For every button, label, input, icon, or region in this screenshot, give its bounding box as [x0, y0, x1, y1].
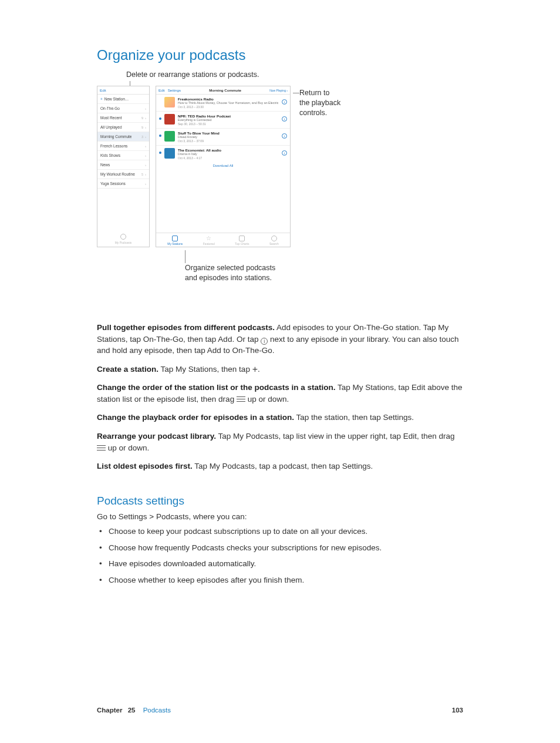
podcast-artwork	[164, 131, 175, 142]
podcast-icon	[120, 234, 126, 240]
station-row[interactable]: Morning Commute3›	[97, 132, 149, 142]
station-count: 3	[141, 135, 143, 139]
left-footer: My Podcasts	[97, 234, 149, 244]
station-row[interactable]: Most Recent9›	[97, 113, 149, 123]
chevron-right-icon: ›	[145, 182, 146, 186]
callout-right-l2: the playback	[299, 99, 340, 107]
section-heading-settings: Podcasts settings	[97, 495, 463, 507]
station-label: News	[100, 163, 110, 167]
station-label: All Unplayed	[100, 125, 122, 129]
callout-right-l3: controls.	[299, 109, 327, 117]
settings-bullet: Choose to keep your podcast subscription…	[99, 526, 463, 537]
footer-chapter-word: Chapter	[97, 707, 122, 714]
body-copy: Pull together episodes from different po…	[97, 322, 463, 472]
station-label: My Workout Routine	[100, 172, 135, 176]
download-all-link[interactable]: Download All	[156, 160, 290, 167]
callout-bottom: Organize selected podcasts and episodes …	[185, 263, 275, 283]
settings-bullet: Choose whether to keep episodes after yo…	[99, 574, 463, 586]
station-row[interactable]: Yoga Sessions›	[97, 179, 149, 189]
info-icon[interactable]: i	[282, 116, 287, 122]
episode-row[interactable]: Freakonomics RadioHow to Think About Mon…	[156, 95, 290, 112]
chevron-right-icon: ›	[145, 126, 146, 129]
info-icon[interactable]: i	[282, 99, 287, 105]
callout-bottom-l1: Organize selected podcasts	[185, 264, 275, 272]
section-heading-organize: Organize your podcasts	[97, 47, 463, 63]
chevron-right-icon: ›	[145, 163, 146, 167]
callout-right: Return to the playback controls.	[299, 88, 340, 118]
episode-row[interactable]: NPR: TED Radio Hour PodcastEverything is…	[156, 112, 290, 129]
station-label: Most Recent	[100, 116, 122, 120]
footer-chapter-name: Podcasts	[143, 707, 171, 714]
episode-subtitle: Dread Anxiety	[178, 135, 279, 139]
right-settings-button[interactable]: Settings	[168, 88, 181, 92]
station-label: French Lessons	[100, 144, 127, 148]
episode-title: Freakonomics Radio	[178, 97, 279, 101]
podcast-artwork	[164, 114, 175, 125]
episode-subtitle: How to Think About Money, Choose Your Ho…	[178, 101, 279, 105]
chevron-right-icon: ›	[145, 144, 146, 148]
settings-intro: Go to Settings > Podcasts, where you can…	[97, 511, 463, 523]
episode-meta: Oct 4, 2013 – 4:17	[178, 156, 279, 160]
info-icon[interactable]: i	[282, 133, 287, 139]
chevron-right-icon: ›	[145, 173, 146, 176]
p-change-order: Change the order of the station list or …	[97, 382, 463, 405]
station-row[interactable]: My Workout Routine5›	[97, 170, 149, 179]
episode-meta: Sep 30, 2013 – 50:31	[178, 122, 279, 126]
settings-bullets: Choose to keep your podcast subscription…	[97, 526, 463, 586]
callout-top-text: Delete or rearrange stations or podcasts…	[126, 70, 259, 79]
station-label: On-The-Go	[100, 106, 120, 110]
station-row[interactable]: All Unplayed9›	[97, 123, 149, 132]
episode-row[interactable]: Stuff To Blow Your MindDread AnxietyOct …	[156, 129, 290, 146]
right-edit-button[interactable]: Edit	[158, 88, 165, 92]
podcast-artwork	[164, 97, 175, 107]
now-playing-button[interactable]: Now Playing ›	[269, 89, 288, 92]
device-right-station-detail: Edit Settings Morning Commute Now Playin…	[156, 86, 291, 247]
unplayed-dot-icon	[159, 135, 161, 137]
chevron-right-icon: ›	[145, 154, 146, 157]
footer-page-number: 103	[452, 707, 463, 714]
episode-meta: Oct 3, 2013 – 37:09	[178, 139, 279, 143]
station-label: Morning Commute	[100, 135, 131, 139]
reorder-icon	[237, 396, 245, 402]
grid-icon	[239, 236, 245, 241]
page-footer: Chapter 25 Podcasts 103	[97, 707, 463, 714]
episode-row[interactable]: The Economist: All audioDrama in ItalyOc…	[156, 146, 290, 160]
figure-podcasts-screens: Delete or rearrange stations or podcasts…	[97, 70, 463, 300]
unplayed-dot-icon	[159, 152, 161, 154]
station-label: Yoga Sessions	[100, 181, 126, 186]
station-row[interactable]: On-The-Go›	[97, 104, 149, 113]
episode-title: The Economist: All audio	[178, 148, 279, 152]
callout-bottom-l2: and episodes into stations.	[185, 274, 272, 282]
tab-my-stations[interactable]: My Stations	[167, 236, 183, 246]
episode-meta: Oct 3, 2013 – 23:30	[178, 105, 279, 109]
episode-subtitle: Everything is Connected	[178, 118, 279, 122]
plus-icon: +	[252, 364, 258, 374]
left-edit-button[interactable]: Edit	[100, 88, 106, 92]
station-row[interactable]: French Lessons›	[97, 142, 149, 151]
station-count: 9	[141, 116, 143, 120]
station-row[interactable]: News›	[97, 160, 149, 170]
podcast-artwork	[164, 148, 175, 159]
station-row[interactable]: Kids Shows›	[97, 151, 149, 160]
plus-icon: +	[100, 97, 103, 101]
info-icon[interactable]: i	[282, 150, 287, 156]
chevron-right-icon: ›	[145, 135, 146, 139]
tab-top-charts[interactable]: Top Charts	[235, 236, 249, 246]
p-pull-together: Pull together episodes from different po…	[97, 322, 463, 357]
unplayed-dot-icon	[159, 117, 161, 120]
chevron-right-icon: ›	[145, 116, 146, 120]
right-title: Morning Commute	[181, 88, 269, 92]
tab-featured[interactable]: ☆ Featured	[203, 236, 215, 246]
tab-search[interactable]: Search	[269, 236, 279, 246]
p-rearrange-library: Rearrange your podcast library. Tap My P…	[97, 431, 463, 453]
reorder-icon	[97, 445, 106, 451]
station-label: New Station…	[104, 97, 129, 101]
device-left-stations: Edit +New Station…On-The-Go›Most Recent9…	[97, 86, 150, 247]
station-row[interactable]: +New Station…	[97, 95, 149, 104]
footer-chapter-num: 25	[128, 707, 136, 714]
callout-right-l1: Return to	[299, 89, 329, 97]
p-list-oldest: List oldest episodes first. Tap My Podca…	[97, 460, 463, 472]
info-icon: i	[261, 338, 268, 345]
chevron-right-icon: ›	[145, 107, 146, 110]
search-icon	[271, 236, 277, 241]
